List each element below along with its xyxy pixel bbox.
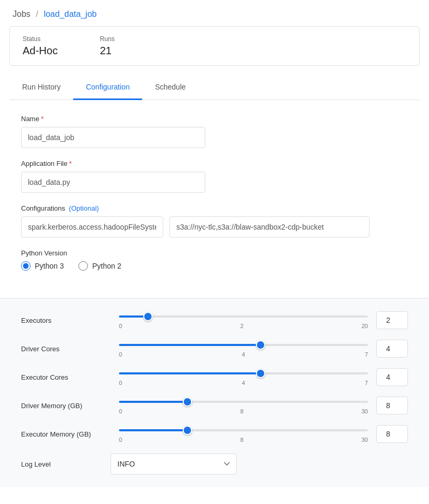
slider-row-executor-cores: Executor Cores 0 4 7 bbox=[21, 368, 408, 386]
slider-input-driver-memory[interactable] bbox=[119, 401, 368, 403]
python2-label: Python 2 bbox=[92, 262, 121, 270]
slider-label-executor-memory: Executor Memory (GB) bbox=[21, 430, 111, 438]
status-item-runs: Runs 21 bbox=[100, 35, 115, 57]
slider-input-driver-cores[interactable] bbox=[119, 344, 368, 346]
log-level-row: Log Level INFO DEBUG WARN ERROR bbox=[21, 453, 408, 475]
python2-option[interactable]: Python 2 bbox=[78, 261, 121, 271]
name-required: * bbox=[41, 115, 44, 123]
python3-radio[interactable] bbox=[21, 261, 31, 271]
slider-container-executors: 0 2 20 bbox=[119, 311, 368, 329]
status-card: Status Ad-Hoc Runs 21 bbox=[9, 26, 420, 66]
slider-container-driver-cores: 0 4 7 bbox=[119, 340, 368, 358]
config-key-input[interactable] bbox=[21, 216, 163, 238]
slider-container-driver-memory: 0 8 30 bbox=[119, 397, 368, 414]
app-file-input[interactable] bbox=[21, 172, 205, 193]
configurations-inputs-row bbox=[21, 216, 408, 238]
name-input[interactable] bbox=[21, 127, 205, 148]
breadcrumb: Jobs / load_data_job bbox=[0, 0, 429, 26]
python-version-group: Python Version Python 3 Python 2 bbox=[21, 249, 408, 271]
slider-value-executors[interactable] bbox=[376, 311, 408, 329]
slider-label-executors: Executors bbox=[21, 317, 111, 324]
slider-ticks-executors: 0 2 20 bbox=[119, 323, 368, 329]
python3-label: Python 3 bbox=[35, 262, 64, 270]
slider-container-executor-cores: 0 4 7 bbox=[119, 368, 368, 386]
slider-input-executor-cores[interactable] bbox=[119, 372, 368, 374]
config-panel: Name * Application File * Configurations… bbox=[0, 100, 429, 298]
breadcrumb-current: load_data_job bbox=[44, 9, 97, 18]
slider-input-executor-memory[interactable] bbox=[119, 429, 368, 431]
slider-input-executors[interactable] bbox=[119, 315, 368, 318]
breadcrumb-separator: / bbox=[36, 9, 38, 18]
slider-track-executor-cores bbox=[119, 368, 368, 379]
slider-value-driver-memory[interactable] bbox=[376, 397, 408, 414]
breadcrumb-jobs[interactable]: Jobs bbox=[13, 9, 31, 18]
sliders-section: Executors 0 2 20 Driver Cores 0 bbox=[0, 298, 429, 487]
slider-ticks-driver-cores: 0 4 7 bbox=[119, 351, 368, 358]
slider-track-executors bbox=[119, 311, 368, 322]
slider-value-executor-memory[interactable] bbox=[376, 425, 408, 443]
config-value-input[interactable] bbox=[169, 216, 370, 238]
status-item-status: Status Ad-Hoc bbox=[23, 35, 58, 57]
app-file-field-group: Application File * bbox=[21, 160, 408, 193]
name-label: Name * bbox=[21, 115, 408, 123]
app-file-required: * bbox=[69, 160, 72, 167]
slider-value-executor-cores[interactable] bbox=[376, 368, 408, 386]
tab-configuration[interactable]: Configuration bbox=[73, 75, 142, 100]
slider-ticks-driver-memory: 0 8 30 bbox=[119, 408, 368, 414]
app-file-label: Application File * bbox=[21, 160, 408, 167]
slider-ticks-executor-memory: 0 8 30 bbox=[119, 437, 368, 443]
runs-value: 21 bbox=[100, 45, 115, 57]
configurations-label: Configurations (Optional) bbox=[21, 204, 408, 212]
log-level-select[interactable]: INFO DEBUG WARN ERROR bbox=[111, 453, 237, 475]
slider-ticks-executor-cores: 0 4 7 bbox=[119, 380, 368, 386]
slider-row-executor-memory: Executor Memory (GB) 0 8 30 bbox=[21, 425, 408, 443]
configurations-field-group: Configurations (Optional) bbox=[21, 204, 408, 238]
slider-row-driver-cores: Driver Cores 0 4 7 bbox=[21, 340, 408, 358]
status-value: Ad-Hoc bbox=[23, 45, 58, 57]
python-version-label: Python Version bbox=[21, 249, 408, 257]
tab-schedule[interactable]: Schedule bbox=[142, 75, 198, 100]
slider-label-executor-cores: Executor Cores bbox=[21, 373, 111, 381]
python-version-options: Python 3 Python 2 bbox=[21, 261, 408, 271]
slider-track-driver-cores bbox=[119, 340, 368, 350]
slider-track-driver-memory bbox=[119, 397, 368, 407]
tab-run-history[interactable]: Run History bbox=[9, 75, 73, 100]
name-field-group: Name * bbox=[21, 115, 408, 148]
configurations-optional: (Optional) bbox=[69, 204, 99, 212]
slider-value-driver-cores[interactable] bbox=[376, 340, 408, 358]
status-label: Status bbox=[23, 35, 58, 43]
log-level-label: Log Level bbox=[21, 460, 111, 468]
tabs-bar: Run History Configuration Schedule bbox=[9, 75, 420, 100]
slider-container-executor-memory: 0 8 30 bbox=[119, 425, 368, 443]
slider-row-driver-memory: Driver Memory (GB) 0 8 30 bbox=[21, 397, 408, 414]
python2-radio[interactable] bbox=[78, 261, 88, 271]
slider-row-executors: Executors 0 2 20 bbox=[21, 311, 408, 329]
slider-label-driver-cores: Driver Cores bbox=[21, 345, 111, 353]
slider-track-executor-memory bbox=[119, 425, 368, 436]
slider-label-driver-memory: Driver Memory (GB) bbox=[21, 402, 111, 410]
sliders-container: Executors 0 2 20 Driver Cores 0 bbox=[21, 311, 408, 443]
runs-label: Runs bbox=[100, 35, 115, 43]
python3-option[interactable]: Python 3 bbox=[21, 261, 64, 271]
